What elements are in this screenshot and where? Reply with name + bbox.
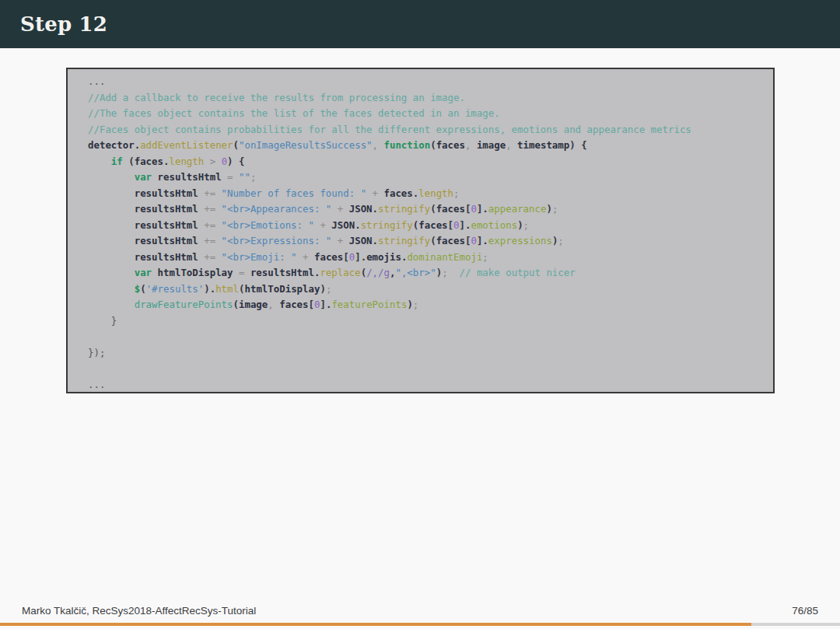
footer-author: Marko Tkalčič, RecSys2018-AffectRecSys-T… — [22, 605, 256, 617]
progress-fill — [0, 623, 751, 626]
footer-page-number: 76/85 — [792, 605, 818, 617]
code-block: ...//Add a callback to receive the resul… — [66, 68, 775, 393]
code-lines: ...//Add a callback to receive the resul… — [88, 74, 765, 393]
slide-header: Step 12 — [0, 0, 840, 48]
presentation-slide: Step 12 ...//Add a callback to receive t… — [0, 0, 840, 629]
slide-progress-track — [0, 623, 840, 626]
slide-footer: Marko Tkalčič, RecSys2018-AffectRecSys-T… — [0, 603, 840, 618]
slide-title: Step 12 — [20, 12, 107, 36]
